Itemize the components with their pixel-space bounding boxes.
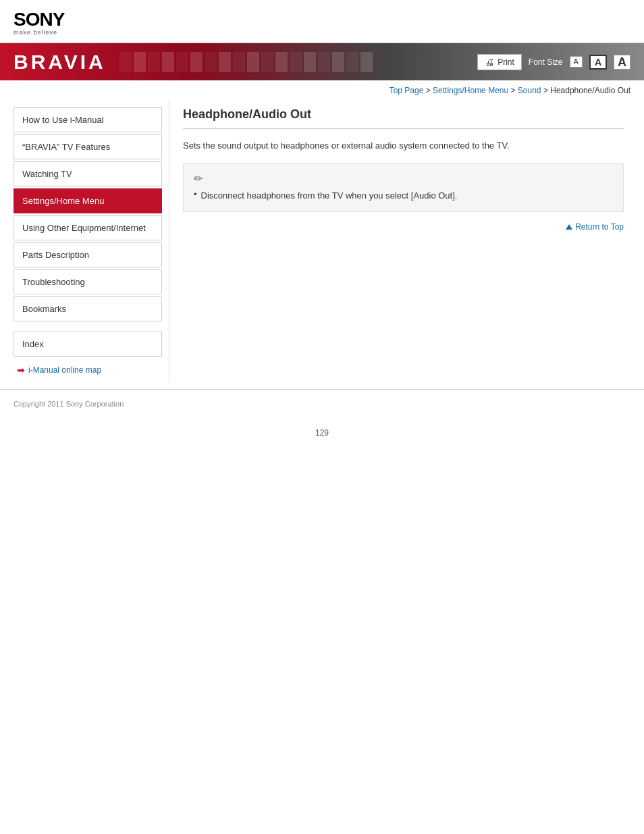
breadcrumb: Top Page > Settings/Home Menu > Sound > …: [0, 80, 644, 101]
sony-tagline: make.believe: [14, 29, 57, 36]
sidebar-bottom: Index ➡ i-Manual online map: [14, 332, 162, 375]
banner-controls: 🖨 Print Font Size A A A: [477, 54, 630, 70]
main-layout: How to Use i-Manual “BRAVIA” TV Features…: [0, 101, 644, 382]
font-size-label: Font Size: [529, 57, 563, 67]
content-description: Sets the sound output to headphones or e…: [183, 139, 624, 153]
breadcrumb-top-page[interactable]: Top Page: [390, 86, 424, 95]
sidebar-item-bookmarks[interactable]: Bookmarks: [14, 296, 162, 321]
printer-icon: 🖨: [485, 57, 494, 68]
sony-brand-text: SONY: [14, 10, 64, 29]
font-large-button[interactable]: A: [614, 55, 630, 70]
sidebar-item-bravia-features[interactable]: “BRAVIA” TV Features: [14, 134, 162, 159]
online-map-link[interactable]: ➡ i-Manual online map: [14, 365, 162, 375]
arrow-right-icon: ➡: [17, 365, 25, 375]
sidebar-item-watching-tv[interactable]: Watching TV: [14, 161, 162, 186]
note-box: ✏ • Disconnect headphones from the TV wh…: [183, 163, 624, 212]
font-medium-button[interactable]: A: [589, 55, 607, 70]
triangle-up-icon: [566, 224, 572, 230]
sidebar-item-equipment[interactable]: Using Other Equipment/Internet: [14, 215, 162, 240]
page-header: SONY make.believe: [0, 0, 644, 43]
breadcrumb-sound[interactable]: Sound: [518, 86, 541, 95]
sidebar-item-troubleshooting[interactable]: Troubleshooting: [14, 269, 162, 294]
sidebar-item-settings[interactable]: Settings/Home Menu: [14, 188, 162, 213]
sony-logo: SONY make.believe: [14, 10, 630, 36]
sidebar: How to Use i-Manual “BRAVIA” TV Features…: [0, 101, 162, 382]
page-footer: Copyright 2011 Sony Corporation: [0, 389, 644, 418]
sidebar-item-index[interactable]: Index: [14, 332, 162, 357]
breadcrumb-current: Headphone/Audio Out: [550, 86, 630, 95]
bravia-title: BRAVIA: [14, 51, 106, 74]
note-text: Disconnect headphones from the TV when y…: [201, 189, 458, 203]
main-content: Headphone/Audio Out Sets the sound outpu…: [169, 101, 644, 382]
breadcrumb-settings[interactable]: Settings/Home Menu: [433, 86, 508, 95]
font-small-button[interactable]: A: [570, 56, 583, 68]
pencil-icon: ✏: [194, 172, 613, 185]
print-button[interactable]: 🖨 Print: [477, 54, 522, 70]
page-title: Headphone/Audio Out: [183, 107, 624, 129]
sidebar-item-how-to-use[interactable]: How to Use i-Manual: [14, 107, 162, 132]
sidebar-item-parts[interactable]: Parts Description: [14, 242, 162, 267]
note-bullet-item: • Disconnect headphones from the TV when…: [194, 189, 613, 203]
bravia-banner: BRAVIA 🖨 Print Font Size A A A: [0, 43, 644, 80]
copyright-text: Copyright 2011 Sony Corporation: [14, 400, 124, 408]
banner-decoration: [119, 52, 373, 72]
page-number: 129: [0, 418, 644, 448]
return-to-top[interactable]: Return to Top: [183, 212, 624, 235]
return-to-top-link[interactable]: Return to Top: [566, 222, 624, 232]
